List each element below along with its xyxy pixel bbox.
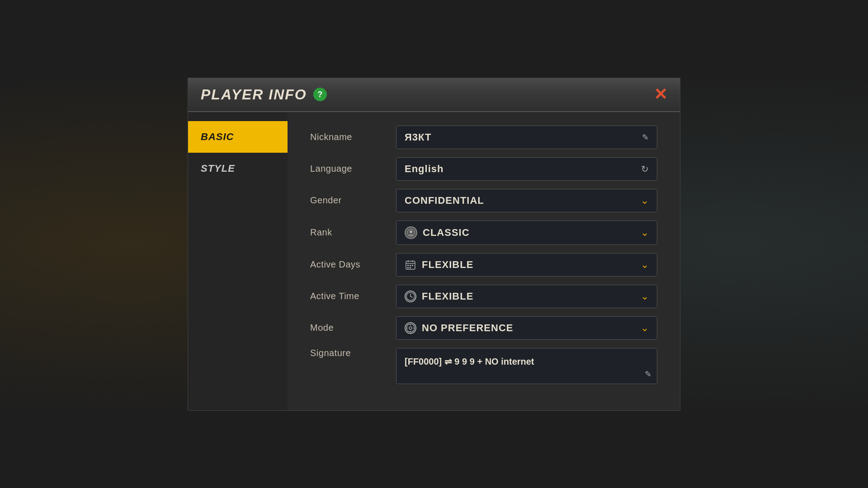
active-time-control: FLEXIBLE ⌄ bbox=[396, 285, 657, 308]
player-info-modal: PLAYER INFO ? ✕ BASIC STYLE Nickname bbox=[188, 78, 680, 411]
mode-chevron-icon: ⌄ bbox=[641, 322, 649, 334]
mode-prefix-icon bbox=[405, 322, 416, 334]
svg-rect-8 bbox=[412, 265, 413, 266]
nickname-label: Nickname bbox=[310, 132, 382, 142]
svg-point-1 bbox=[410, 230, 412, 233]
active-time-row: Active Time FLEXIBLE bbox=[310, 285, 657, 308]
rank-label: Rank bbox=[310, 227, 382, 238]
modal-title: PLAYER INFO bbox=[201, 86, 307, 103]
active-days-label: Active Days bbox=[310, 259, 382, 270]
rank-select-left: CLASSIC bbox=[405, 226, 470, 239]
language-input[interactable]: English ↻ bbox=[396, 157, 657, 181]
sidebar: BASIC STYLE bbox=[188, 112, 288, 410]
gender-control: CONFIDENTIAL ⌄ bbox=[396, 189, 657, 212]
active-time-value: FLEXIBLE bbox=[422, 291, 473, 302]
active-time-label: Active Time bbox=[310, 291, 382, 301]
mode-select[interactable]: NO PREFERENCE ⌄ bbox=[396, 316, 657, 340]
modal-header: PLAYER INFO ? ✕ bbox=[188, 78, 680, 112]
active-days-select-left: FLEXIBLE bbox=[405, 259, 473, 271]
gender-label: Gender bbox=[310, 195, 382, 206]
active-time-clock-icon bbox=[405, 291, 416, 302]
modal-body: BASIC STYLE Nickname Я3КТ ✎ Language bbox=[188, 112, 680, 410]
gender-row: Gender CONFIDENTIAL ⌄ bbox=[310, 189, 657, 212]
signature-edit-icon[interactable]: ✎ bbox=[645, 369, 651, 379]
rank-prefix-icon bbox=[405, 226, 417, 239]
rank-select[interactable]: CLASSIC ⌄ bbox=[396, 221, 657, 245]
rank-control: CLASSIC ⌄ bbox=[396, 221, 657, 245]
active-days-calendar-icon bbox=[405, 259, 416, 271]
active-time-chevron-icon: ⌄ bbox=[641, 291, 649, 302]
nickname-control: Я3КТ ✎ bbox=[396, 126, 657, 149]
mode-select-left: NO PREFERENCE bbox=[405, 322, 513, 334]
signature-row: Signature [FF0000] ⇌ 9 9 9 + NO internet… bbox=[310, 348, 657, 384]
svg-rect-10 bbox=[410, 267, 411, 268]
language-row: Language English ↻ bbox=[310, 157, 657, 181]
modal-title-area: PLAYER INFO ? bbox=[201, 86, 327, 103]
active-days-value: FLEXIBLE bbox=[422, 259, 473, 271]
active-days-chevron-icon: ⌄ bbox=[641, 259, 649, 271]
mode-value: NO PREFERENCE bbox=[422, 322, 513, 334]
active-days-select[interactable]: FLEXIBLE ⌄ bbox=[396, 253, 657, 277]
nickname-value: Я3КТ bbox=[405, 131, 431, 143]
mode-control: NO PREFERENCE ⌄ bbox=[396, 316, 657, 340]
rank-value: CLASSIC bbox=[423, 227, 470, 239]
svg-rect-7 bbox=[410, 265, 411, 266]
mode-row: Mode bbox=[310, 316, 657, 340]
language-control: English ↻ bbox=[396, 157, 657, 181]
active-time-select[interactable]: FLEXIBLE ⌄ bbox=[396, 285, 657, 308]
help-icon[interactable]: ? bbox=[313, 88, 327, 101]
svg-point-15 bbox=[409, 327, 412, 329]
nickname-edit-icon[interactable]: ✎ bbox=[642, 132, 649, 142]
mode-label: Mode bbox=[310, 323, 382, 333]
rank-chevron-icon: ⌄ bbox=[641, 227, 649, 239]
language-label: Language bbox=[310, 164, 382, 174]
close-button[interactable]: ✕ bbox=[654, 86, 667, 103]
rank-row: Rank CLASSIC bbox=[310, 221, 657, 245]
nickname-input[interactable]: Я3КТ ✎ bbox=[396, 126, 657, 149]
svg-line-13 bbox=[410, 296, 412, 297]
svg-rect-9 bbox=[407, 267, 409, 268]
language-refresh-icon[interactable]: ↻ bbox=[641, 164, 649, 174]
active-days-row: Active Days bbox=[310, 253, 657, 277]
signature-input[interactable]: [FF0000] ⇌ 9 9 9 + NO internet ✎ bbox=[396, 348, 657, 384]
signature-value: [FF0000] ⇌ 9 9 9 + NO internet bbox=[405, 357, 534, 366]
svg-rect-6 bbox=[407, 265, 409, 266]
gender-chevron-icon: ⌄ bbox=[641, 195, 649, 206]
gender-value: CONFIDENTIAL bbox=[405, 195, 484, 206]
gender-select[interactable]: CONFIDENTIAL ⌄ bbox=[396, 189, 657, 212]
sidebar-item-basic[interactable]: BASIC bbox=[188, 121, 288, 153]
language-value: English bbox=[405, 163, 443, 175]
content-area: Nickname Я3КТ ✎ Language English ↻ bbox=[288, 112, 680, 410]
active-time-select-left: FLEXIBLE bbox=[405, 291, 473, 302]
signature-control: [FF0000] ⇌ 9 9 9 + NO internet ✎ bbox=[396, 348, 657, 384]
active-days-control: FLEXIBLE ⌄ bbox=[396, 253, 657, 277]
nickname-row: Nickname Я3КТ ✎ bbox=[310, 126, 657, 149]
sidebar-item-style[interactable]: STYLE bbox=[188, 153, 288, 184]
signature-label: Signature bbox=[310, 348, 382, 358]
